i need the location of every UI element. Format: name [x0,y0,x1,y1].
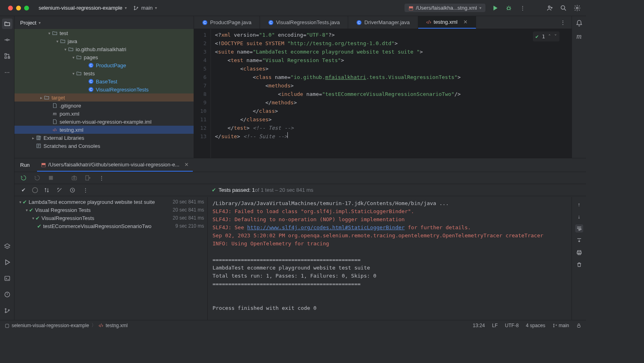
down-icon[interactable]: ˅ [554,32,557,41]
expand-all-icon[interactable] [56,186,64,194]
svg-rect-31 [72,176,76,180]
tab-options-icon[interactable]: ⋮ [559,19,567,27]
svg-point-32 [73,177,75,179]
sort-icon[interactable] [43,186,51,194]
services-tool-icon[interactable] [2,241,12,251]
soft-wrap-icon[interactable] [575,224,583,232]
test-row[interactable]: ▾✔VisualRegressionTests20 sec 841 ms [14,214,207,222]
tree-item-pom-xml[interactable]: mpom.xml [14,110,194,118]
tree-item-test[interactable]: ▾test [14,29,194,37]
svg-text:C: C [90,87,93,91]
history-icon[interactable] [68,186,76,194]
test-row[interactable]: ✔testECommerceVisualRegressionScenarioTw… [14,222,207,230]
tree-item-productpage[interactable]: CProductPage [14,61,194,69]
more-button[interactable]: ⋮ [518,4,526,12]
tree-item-selenium-visual-regression-example-iml[interactable]: selenium-visual-regression-example.iml [14,118,194,126]
status-indent[interactable]: 4 spaces [526,323,545,328]
svg-rect-30 [49,176,53,180]
check-ok-icon: ✔ [535,32,539,41]
editor-tab-testng-xml[interactable]: ‹/›testng.xml✕ [418,16,476,29]
stop-button[interactable] [47,174,55,182]
settings-icon[interactable] [573,4,581,12]
lock-icon[interactable] [576,323,581,328]
problems-tool-icon[interactable] [2,289,12,300]
editor-tab-drivermanager-java[interactable]: CDriverManager.java [348,16,418,29]
run-tool-window: Run ⬒ /Users/faisalkhatri/Github/seleniu… [14,158,586,320]
project-selector[interactable]: selenium-visual-regression-example ▾ [39,5,127,11]
test-row[interactable]: ▾✔LambdaTest ecommerce playground websit… [14,198,207,206]
run-tool-icon[interactable] [2,257,12,268]
structure-tool-icon[interactable] [2,51,12,61]
screenshot-button[interactable] [70,174,78,182]
tree-item--gitignore[interactable]: .gitignore [14,102,194,110]
project-panel-header[interactable]: Project ▾ [14,16,194,29]
svg-point-16 [8,309,9,311]
tree-item-visualregressiontests[interactable]: CVisualRegressionTests [14,85,194,93]
up-icon[interactable]: ˄ [548,32,551,41]
window-maximize-icon[interactable] [24,6,29,10]
project-sidebar: Project ▾ ▾test▾java▾io.github.mfaisalkh… [14,16,194,158]
scroll-down-icon[interactable]: ↓ [575,212,583,220]
code-editor[interactable]: 12345678910111213 <?xml version="1.0" en… [194,29,572,158]
tree-item-io-github-mfaisalkhatri[interactable]: ▾io.github.mfaisalkhatri [14,45,194,53]
status-branch[interactable]: main [553,323,569,328]
editor-tab-visualregressiontests-java[interactable]: CVisualRegressionTests.java [260,16,349,29]
tree-item-target[interactable]: ▸target [14,93,194,102]
branch-selector[interactable]: main ▾ [133,5,157,11]
debug-button[interactable] [505,4,513,12]
commit-tool-icon[interactable] [2,35,12,45]
breadcrumb-file[interactable]: testng.xml [105,323,128,328]
project-tool-icon[interactable] [2,19,12,29]
run-tab-label[interactable]: Run [20,162,30,168]
project-panel-title: Project [20,20,36,26]
editor-tab-productpage-java[interactable]: CProductPage.java [194,16,260,29]
tests-passed-detail: of 1 test – 20 sec 841 ms [255,187,313,193]
inspection-widget[interactable]: ✔ 1 ˄ ˅ [533,31,559,41]
window-minimize-icon[interactable] [16,6,21,10]
test-row[interactable]: ▾✔Visual Regression Tests20 sec 841 ms [14,206,207,214]
project-tree[interactable]: ▾test▾java▾io.github.mfaisalkhatri▾pages… [14,29,194,158]
rerun-failed-button[interactable] [33,174,41,182]
show-ignored-icon[interactable] [31,186,39,194]
show-passed-icon[interactable]: ✔ [19,186,27,194]
status-encoding[interactable]: UTF-8 [505,323,519,328]
breadcrumb-root[interactable]: selenium-visual-regression-example [12,323,89,328]
run-button[interactable] [491,4,499,12]
tree-item-scratches-and-consoles[interactable]: Scratches and Consoles [14,142,194,150]
window-close-icon[interactable] [8,6,13,10]
print-icon[interactable] [575,249,583,257]
terminal-tool-icon[interactable] [2,273,12,284]
tree-item-external-libraries[interactable]: ▸External Libraries [14,134,194,142]
more-icon[interactable]: ⋮ [81,186,89,194]
scroll-up-icon[interactable]: ↑ [575,200,583,208]
svg-point-40 [556,325,557,326]
svg-point-15 [5,312,6,313]
notifications-icon[interactable] [575,19,583,27]
svg-point-39 [553,326,554,327]
close-icon[interactable]: ✕ [184,162,189,168]
tree-item-tests[interactable]: ▾tests [14,69,194,77]
run-config-tab[interactable]: ⬒ /Users/faisalkhatri/Github/selenium-vi… [37,158,193,172]
maven-tool-icon[interactable]: m [576,32,582,41]
more-button[interactable]: ⋮ [97,174,105,182]
search-icon[interactable] [559,4,568,12]
git-tool-icon[interactable] [2,305,12,316]
code-with-me-icon[interactable] [546,4,554,12]
run-configuration-selector[interactable]: ⬒ /Users/faisalkha...stng.xml ▾ [405,4,485,12]
chevron-down-icon: ▾ [125,6,127,10]
status-line-sep[interactable]: LF [492,323,498,328]
tree-item-basetest[interactable]: CBaseTest [14,77,194,85]
exit-button[interactable] [84,174,92,182]
tree-item-testng-xml[interactable]: ‹/›testng.xml [14,126,194,134]
test-results-tree[interactable]: ▾✔LambdaTest ecommerce playground websit… [14,197,208,320]
more-tool-icon[interactable]: ⋯ [2,67,12,77]
tree-item-java[interactable]: ▾java [14,37,194,45]
run-console[interactable]: /Library/Java/JavaVirtualMachines/temuri… [208,197,572,320]
tree-item-pages[interactable]: ▾pages [14,53,194,61]
rerun-button[interactable] [19,174,27,182]
clear-icon[interactable] [575,261,583,269]
scroll-to-end-icon[interactable] [575,236,583,245]
svg-point-1 [134,9,135,10]
code-body[interactable]: <?xml version="1.0" encoding="UTF-8"?><!… [211,29,572,158]
inspection-count: 1 [542,32,545,41]
